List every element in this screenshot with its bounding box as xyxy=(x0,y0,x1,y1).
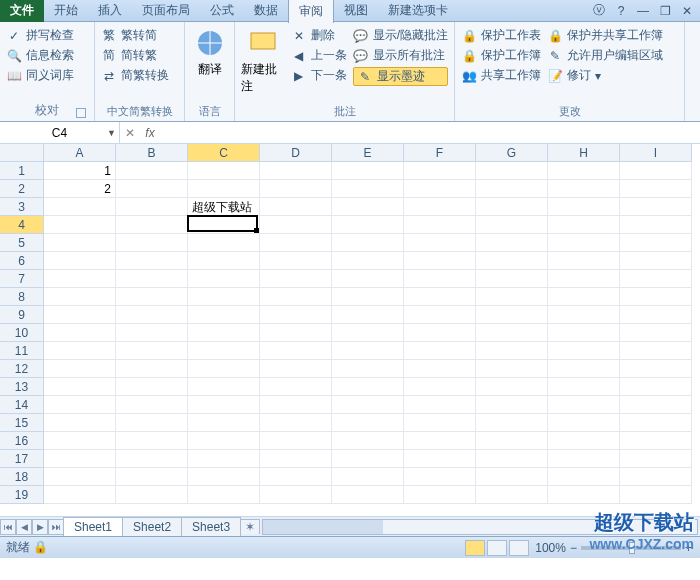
row-header-19[interactable]: 19 xyxy=(0,486,44,504)
cell-I5[interactable] xyxy=(620,234,692,252)
cell-H10[interactable] xyxy=(548,324,620,342)
cell-I15[interactable] xyxy=(620,414,692,432)
cell-A3[interactable] xyxy=(44,198,116,216)
cell-E11[interactable] xyxy=(332,342,404,360)
cell-B1[interactable] xyxy=(116,162,188,180)
show-ink-button[interactable]: ✎显示墨迹 xyxy=(353,67,448,86)
cell-E18[interactable] xyxy=(332,468,404,486)
cell-A9[interactable] xyxy=(44,306,116,324)
tab-custom[interactable]: 新建选项卡 xyxy=(378,0,458,22)
row-header-10[interactable]: 10 xyxy=(0,324,44,342)
window-minimize-icon[interactable]: — xyxy=(636,4,650,18)
cell-B5[interactable] xyxy=(116,234,188,252)
cell-I18[interactable] xyxy=(620,468,692,486)
track-changes-button[interactable]: 📝修订 ▾ xyxy=(547,67,663,84)
cell-H13[interactable] xyxy=(548,378,620,396)
cell-A8[interactable] xyxy=(44,288,116,306)
cell-H2[interactable] xyxy=(548,180,620,198)
cell-C10[interactable] xyxy=(188,324,260,342)
cell-H9[interactable] xyxy=(548,306,620,324)
cell-H18[interactable] xyxy=(548,468,620,486)
tab-data[interactable]: 数据 xyxy=(244,0,288,22)
cell-E5[interactable] xyxy=(332,234,404,252)
col-header-E[interactable]: E xyxy=(332,144,404,162)
row-header-4[interactable]: 4 xyxy=(0,216,44,234)
cell-E2[interactable] xyxy=(332,180,404,198)
row-header-5[interactable]: 5 xyxy=(0,234,44,252)
trad-to-simp-button[interactable]: 繁繁转简 xyxy=(101,27,169,44)
cell-F13[interactable] xyxy=(404,378,476,396)
col-header-A[interactable]: A xyxy=(44,144,116,162)
cell-C6[interactable] xyxy=(188,252,260,270)
prev-comment-button[interactable]: ◀上一条 xyxy=(291,47,347,64)
cell-B13[interactable] xyxy=(116,378,188,396)
cell-D10[interactable] xyxy=(260,324,332,342)
cell-B2[interactable] xyxy=(116,180,188,198)
cell-C8[interactable] xyxy=(188,288,260,306)
cell-A2[interactable]: 2 xyxy=(44,180,116,198)
cell-G7[interactable] xyxy=(476,270,548,288)
cell-A4[interactable] xyxy=(44,216,116,234)
research-button[interactable]: 🔍信息检索 xyxy=(6,47,74,64)
cell-F16[interactable] xyxy=(404,432,476,450)
cell-B11[interactable] xyxy=(116,342,188,360)
help-icon[interactable]: ? xyxy=(614,4,628,18)
cell-I1[interactable] xyxy=(620,162,692,180)
row-header-2[interactable]: 2 xyxy=(0,180,44,198)
delete-comment-button[interactable]: ✕删除 xyxy=(291,27,347,44)
cell-F19[interactable] xyxy=(404,486,476,504)
cell-E13[interactable] xyxy=(332,378,404,396)
translate-button[interactable]: 翻译 xyxy=(191,24,228,78)
cell-A19[interactable] xyxy=(44,486,116,504)
cell-E1[interactable] xyxy=(332,162,404,180)
cell-B9[interactable] xyxy=(116,306,188,324)
cell-B14[interactable] xyxy=(116,396,188,414)
cell-F4[interactable] xyxy=(404,216,476,234)
cell-C18[interactable] xyxy=(188,468,260,486)
cell-D5[interactable] xyxy=(260,234,332,252)
cell-E17[interactable] xyxy=(332,450,404,468)
cell-F11[interactable] xyxy=(404,342,476,360)
row-header-15[interactable]: 15 xyxy=(0,414,44,432)
cell-B17[interactable] xyxy=(116,450,188,468)
window-restore-icon[interactable]: ❐ xyxy=(658,4,672,18)
protect-share-button[interactable]: 🔒保护并共享工作簿 xyxy=(547,27,663,44)
tab-insert[interactable]: 插入 xyxy=(88,0,132,22)
spellcheck-button[interactable]: ✓拼写检查 xyxy=(6,27,74,44)
cell-B4[interactable] xyxy=(116,216,188,234)
cell-B7[interactable] xyxy=(116,270,188,288)
tab-formula[interactable]: 公式 xyxy=(200,0,244,22)
cell-H8[interactable] xyxy=(548,288,620,306)
row-header-8[interactable]: 8 xyxy=(0,288,44,306)
row-header-14[interactable]: 14 xyxy=(0,396,44,414)
cell-D4[interactable] xyxy=(260,216,332,234)
cell-A7[interactable] xyxy=(44,270,116,288)
cell-I16[interactable] xyxy=(620,432,692,450)
cell-G19[interactable] xyxy=(476,486,548,504)
cell-G12[interactable] xyxy=(476,360,548,378)
cell-C15[interactable] xyxy=(188,414,260,432)
cell-F15[interactable] xyxy=(404,414,476,432)
tab-view[interactable]: 视图 xyxy=(334,0,378,22)
formula-input[interactable] xyxy=(160,126,700,140)
cell-H16[interactable] xyxy=(548,432,620,450)
next-sheet-button[interactable]: ▶ xyxy=(32,519,48,535)
cell-F2[interactable] xyxy=(404,180,476,198)
cell-F12[interactable] xyxy=(404,360,476,378)
cell-D17[interactable] xyxy=(260,450,332,468)
cell-F5[interactable] xyxy=(404,234,476,252)
window-close-icon[interactable]: ✕ xyxy=(680,4,694,18)
cell-E7[interactable] xyxy=(332,270,404,288)
cell-I11[interactable] xyxy=(620,342,692,360)
cell-E6[interactable] xyxy=(332,252,404,270)
cell-G16[interactable] xyxy=(476,432,548,450)
cell-A12[interactable] xyxy=(44,360,116,378)
cell-I9[interactable] xyxy=(620,306,692,324)
toggle-comment-button[interactable]: 💬显示/隐藏批注 xyxy=(353,27,448,44)
cell-H19[interactable] xyxy=(548,486,620,504)
cell-F14[interactable] xyxy=(404,396,476,414)
cell-A17[interactable] xyxy=(44,450,116,468)
cell-D7[interactable] xyxy=(260,270,332,288)
cell-C5[interactable] xyxy=(188,234,260,252)
cell-D19[interactable] xyxy=(260,486,332,504)
